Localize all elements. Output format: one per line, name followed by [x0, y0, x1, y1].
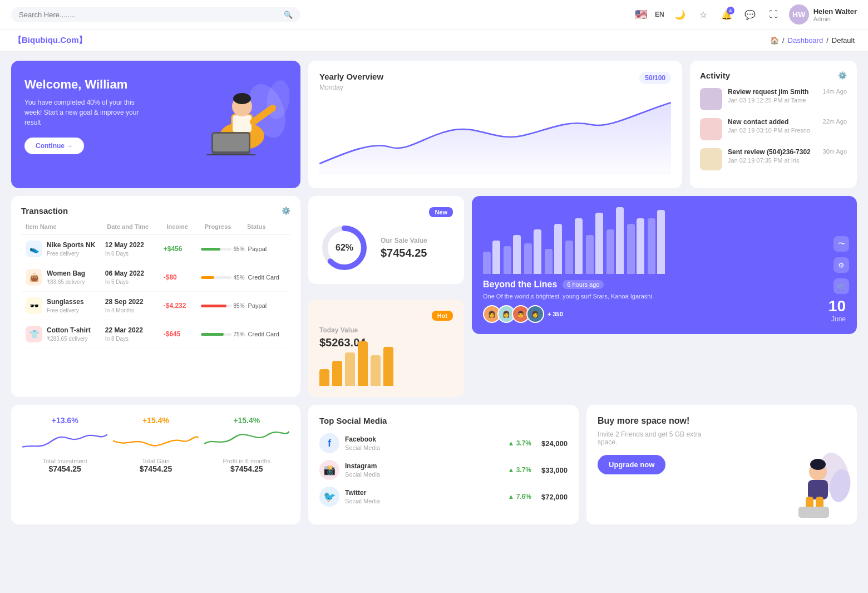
star-icon[interactable]: ☆: [696, 7, 711, 22]
date-col: 06 May 2022 In 5 Days: [105, 269, 160, 286]
progress-fill: [201, 333, 224, 336]
activity-item-title: Review request jim Smith: [728, 88, 817, 96]
table-row: 🕶️ Sunglasses Free delivery 28 Sep 2022 …: [21, 292, 290, 320]
user-name: Helen Walter: [813, 7, 857, 16]
today-value-card: Hot Today Value $5263.04: [308, 300, 464, 397]
sale-cards-column: New 62% Our Sale Value $7454.25: [308, 196, 464, 397]
dashboard-link[interactable]: Dashboard: [788, 36, 823, 45]
upgrade-button[interactable]: Upgrade now: [598, 455, 665, 474]
cart-icon[interactable]: 🛒: [834, 278, 849, 294]
bar-group: [627, 218, 644, 274]
bar-group: [483, 241, 500, 274]
social-amount: $24,000: [537, 439, 568, 448]
score-badge: 50/100: [639, 72, 671, 84]
continue-button[interactable]: Continue →: [24, 138, 84, 154]
bar-short: [627, 224, 635, 274]
activity-thumb: [700, 148, 722, 170]
search-bar[interactable]: 🔍: [11, 7, 300, 22]
item-name-text: Women Bag: [47, 269, 85, 277]
social-category: Social Media: [345, 498, 380, 504]
metric-value: $7454.25: [48, 464, 81, 473]
transaction-title: Transaction: [21, 206, 68, 215]
progress-wrap: 85%: [201, 303, 245, 309]
bar-mini: [319, 369, 329, 386]
item-delivery: ₹83.65 delivery: [47, 279, 85, 285]
item-name: 👕 Cotton T-shirt ₹283.65 delivery: [26, 326, 102, 342]
avatar-4: 👩: [526, 305, 544, 323]
metric-value: $7454.25: [140, 464, 172, 473]
income-value: -$4,232: [164, 302, 198, 310]
table-row: 👕 Cotton T-shirt ₹283.65 delivery 22 Mar…: [21, 320, 290, 349]
welcome-card: Welcome, William You have completed 40% …: [11, 61, 300, 188]
search-input[interactable]: [19, 11, 279, 19]
user-info: Helen Walter Admin: [813, 7, 857, 22]
svg-rect-19: [798, 507, 829, 518]
item-icon: 👟: [26, 241, 42, 257]
progress-fill: [201, 248, 221, 251]
activity-card: Activity ⚙️ Review request jim Smith Jan…: [690, 61, 857, 188]
sparkline-chart: [113, 428, 198, 453]
status-text: Credit Card: [248, 274, 286, 281]
bar-tall: [616, 207, 624, 274]
dark-mode-toggle[interactable]: 🌙: [672, 7, 688, 22]
metric-item: +13.6% Total Investment $7454.25: [22, 416, 107, 513]
progress-pct: 75%: [234, 331, 245, 337]
item-name: 👟 Nike Sports NK Free delivery: [26, 241, 102, 257]
days-text: In 8 Days: [105, 336, 129, 342]
language-label[interactable]: EN: [655, 11, 664, 18]
beyond-title: Beyond the Lines: [483, 280, 557, 290]
chat-icon[interactable]: 💬: [742, 7, 758, 22]
wave-icon[interactable]: 〜: [834, 236, 849, 252]
item-name-text: Nike Sports NK: [47, 241, 95, 249]
col-progress: Progress: [205, 223, 244, 230]
activity-header: Activity ⚙️: [700, 71, 847, 80]
svg-point-20: [810, 459, 826, 470]
beyond-title-row: Beyond the Lines 6 hours ago: [483, 280, 846, 290]
transaction-settings-icon[interactable]: ⚙️: [282, 207, 290, 215]
beyond-card: Beyond the Lines 6 hours ago One Of the …: [472, 196, 857, 334]
current-page: Default: [832, 36, 855, 45]
bar-tall: [637, 218, 644, 274]
metric-label: Total Investment: [43, 458, 87, 464]
metrics-card: +13.6% Total Investment $7454.25 +15.4% …: [11, 405, 300, 525]
social-growth: ▲ 7.6%: [507, 493, 531, 501]
activity-item-detail: Jan 02 19 07:35 PM at Iris: [728, 157, 799, 164]
bar-group: [524, 229, 541, 274]
bar-short: [504, 246, 511, 274]
beyond-bar-chart: [483, 207, 846, 274]
expand-icon[interactable]: ⛶: [766, 7, 781, 22]
notification-badge: 4: [727, 7, 734, 14]
bar-short: [606, 229, 614, 274]
bar-short: [545, 249, 553, 274]
upgrade-description: Invite 2 Friends and get 5 GB extra spac…: [598, 430, 709, 446]
user-profile[interactable]: HW Helen Walter Admin: [789, 4, 857, 24]
beyond-date: 10 June: [828, 297, 846, 323]
notification-bell[interactable]: 🔔 4: [719, 7, 734, 22]
item-icon: 👜: [26, 269, 42, 286]
svg-rect-9: [213, 134, 249, 151]
bar-tall: [575, 218, 583, 274]
status-text: Credit Card: [248, 331, 286, 337]
activity-item-time: 30m Ago: [823, 148, 847, 155]
table-header: Item Name Date and Time Income Progress …: [21, 223, 290, 235]
transaction-header: Transaction ⚙️: [21, 206, 290, 215]
welcome-subtitle: You have completed 40% of your this week…: [24, 97, 152, 128]
bar-tall: [657, 210, 665, 274]
progress-pct: 45%: [234, 275, 245, 281]
social-item: f Facebook Social Media ▲ 3.7% $24,000: [319, 433, 568, 453]
date-text: 22 Mar 2022: [105, 326, 160, 334]
activity-item-time: 22m Ago: [823, 118, 847, 125]
settings-icon-beyond[interactable]: ⚙: [834, 257, 849, 273]
bar-short: [586, 235, 594, 274]
search-icon: 🔍: [284, 11, 293, 19]
sparkline-chart: [204, 428, 289, 453]
bar-short: [524, 243, 532, 274]
sale-value-content: 62% Our Sale Value $7454.25: [319, 223, 453, 273]
progress-bar: [201, 248, 231, 251]
progress-bar: [201, 333, 231, 336]
activity-settings-icon[interactable]: ⚙️: [838, 71, 847, 80]
home-icon[interactable]: 🏠: [770, 36, 779, 45]
hot-badge: Hot: [432, 311, 453, 321]
breadcrumb-bar: 【Biqubiqu.Com】 🏠 / Dashboard / Default: [0, 30, 868, 52]
beyond-date-month: June: [828, 315, 846, 323]
